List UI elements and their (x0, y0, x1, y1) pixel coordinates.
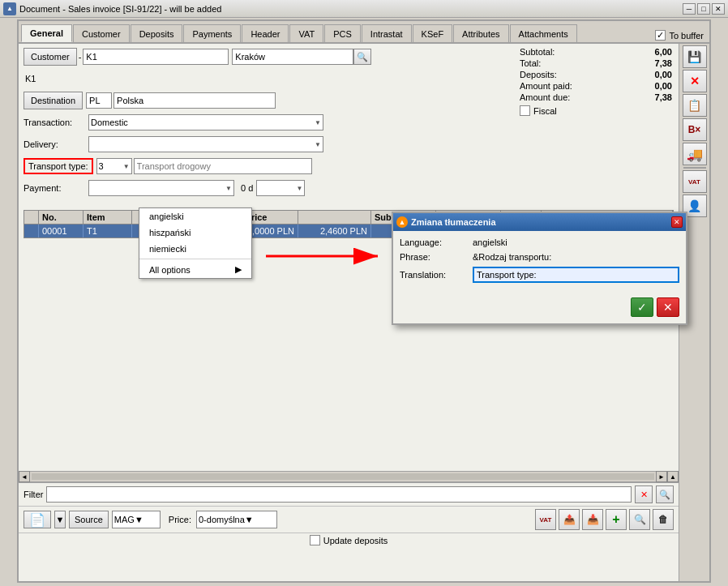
delete-button[interactable]: 🗑 (653, 509, 674, 530)
transaction-label: Transaction: (24, 118, 88, 127)
dialog-translation-row: Translation: (400, 267, 679, 283)
fiscal-checkbox[interactable] (520, 105, 530, 116)
grid-header-checkbox (24, 211, 39, 224)
delivery-row: Delivery: ▼ (24, 135, 539, 154)
transport-type-label: Transport type: (24, 158, 93, 174)
menu-item-angielski[interactable]: angielski (139, 208, 251, 225)
amount-due-label: Amount due: (520, 92, 570, 102)
truck-button[interactable]: 🚚 (683, 143, 707, 165)
transport-type-row: Transport type: 3 ▼ (24, 156, 539, 176)
payment-extra-dropdown[interactable]: ▼ (256, 180, 305, 196)
menu-item-hiszpanski[interactable]: hiszpański (139, 225, 251, 241)
dialog-close-button[interactable]: ✕ (671, 216, 683, 228)
customer-search-button[interactable]: 🔍 (353, 49, 371, 65)
horizontal-scrollbar[interactable]: ◄ ► ▲ (19, 471, 679, 482)
translation-dialog: ▲ Zmiana tłumaczenia ✕ Language: angiels… (392, 212, 687, 325)
action-buttons-group: VAT 📤 📥 + 🔍 🗑 (535, 509, 674, 530)
dialog-cancel-button[interactable]: ✕ (657, 297, 679, 317)
add-item-button[interactable]: 📄 (24, 511, 51, 528)
delivery-dropdown[interactable]: ▼ (88, 136, 323, 152)
tab-intrastat[interactable]: Intrastat (362, 24, 412, 42)
dialog-title-bar: ▲ Zmiana tłumaczenia ✕ (393, 213, 686, 231)
tab-vat[interactable]: VAT (289, 24, 323, 42)
tab-deposits[interactable]: Deposits (131, 24, 183, 42)
scroll-right-button[interactable]: ► (656, 471, 667, 482)
update-deposits-label: Update deposits (323, 536, 388, 545)
subtotal-label: Subtotal: (520, 47, 555, 57)
delivery-label: Delivery: (24, 139, 88, 149)
dialog-language-value: angielski (473, 237, 507, 247)
to-buffer-checkbox[interactable]: ✓ (655, 30, 666, 41)
tab-attributes[interactable]: Attributes (453, 24, 508, 42)
price-dropdown[interactable]: 0-domyślna ▼ (196, 511, 277, 528)
customer-code-row: K1 (25, 69, 539, 88)
filter-input[interactable] (46, 486, 632, 503)
total-label: Total: (520, 58, 541, 68)
grid-header-no: No. (39, 211, 84, 224)
dialog-buttons: ✓ ✕ (393, 294, 686, 323)
transaction-dropdown[interactable]: Domestic ▼ (88, 114, 323, 130)
grid-header-price2 (298, 211, 371, 224)
amount-paid-label: Amount paid: (520, 81, 572, 91)
scroll-up-button[interactable]: ▲ (667, 471, 679, 482)
bottom-area: Filter ✕ 🔍 📄 ▼ Source MAG ▼ Price: 0-dom… (19, 482, 679, 581)
receive-button[interactable]: 📥 (582, 509, 603, 530)
tab-header[interactable]: Header (242, 24, 289, 42)
copy-button[interactable]: 📋 (683, 94, 707, 117)
tab-payments[interactable]: Payments (183, 24, 241, 42)
deposits-label: Deposits: (520, 70, 557, 79)
dialog-translation-input[interactable] (473, 267, 679, 283)
destination-country-input[interactable] (113, 92, 276, 109)
source-button[interactable]: Source (69, 511, 109, 528)
save-button[interactable]: 💾 (683, 45, 707, 68)
scroll-left-button[interactable]: ◄ (19, 471, 30, 482)
dialog-title: Zmiana tłumaczenia (411, 217, 671, 227)
destination-code-input[interactable] (86, 92, 112, 109)
tab-attachments[interactable]: Attachments (510, 24, 577, 42)
tab-general[interactable]: General (21, 24, 72, 42)
calc-button[interactable]: B× (683, 118, 707, 141)
vat-action-button[interactable]: VAT (535, 509, 556, 530)
customer-city-input[interactable] (232, 49, 353, 65)
grid-header-item: Item (84, 211, 132, 224)
total-value: 7,38 (655, 58, 672, 68)
add-button[interactable]: + (606, 509, 627, 530)
dialog-language-row: Language: angielski (400, 237, 679, 247)
tab-customer[interactable]: Customer (73, 24, 130, 42)
dialog-ok-button[interactable]: ✓ (631, 297, 653, 317)
send-button[interactable]: 📤 (559, 509, 580, 530)
customer-code-input[interactable] (83, 49, 229, 65)
scroll-track[interactable] (32, 473, 654, 480)
transport-type-name-input[interactable] (134, 158, 312, 174)
vat-button[interactable]: VAT (683, 170, 707, 193)
payment-extra-arrow: ▼ (296, 185, 302, 192)
menu-separator (139, 259, 251, 259)
cancel-button[interactable]: ✕ (683, 70, 707, 92)
separator-1 (683, 167, 706, 169)
dialog-translation-label: Translation: (400, 270, 473, 280)
warehouse-dropdown[interactable]: MAG ▼ (112, 511, 161, 528)
destination-button[interactable]: Destination (24, 92, 83, 109)
dropdown-arrow-small[interactable]: ▼ (54, 511, 66, 528)
row-item: T1 (84, 225, 132, 237)
tab-ksef[interactable]: KSeF (413, 24, 453, 42)
menu-item-all-options[interactable]: All options ▶ (139, 261, 251, 278)
transport-type-num-dropdown[interactable]: 3 ▼ (96, 158, 132, 174)
search-action-button[interactable]: 🔍 (629, 509, 650, 530)
deposits-row: Deposits: 0,00 (520, 70, 672, 79)
menu-item-niemiecki[interactable]: niemiecki (139, 241, 251, 257)
restore-button[interactable]: □ (697, 3, 710, 15)
row-no: 00001 (39, 225, 84, 237)
filter-clear-button[interactable]: ✕ (635, 485, 653, 503)
price-arrow: ▼ (245, 515, 254, 524)
close-button[interactable]: ✕ (712, 3, 725, 15)
tab-pcs[interactable]: PCS (324, 24, 361, 42)
update-deposits-checkbox[interactable] (310, 535, 320, 545)
minimize-button[interactable]: ─ (683, 3, 696, 15)
payment-dropdown[interactable]: ▼ (88, 180, 234, 196)
filter-row: Filter ✕ 🔍 (19, 483, 679, 507)
filter-search-button[interactable]: 🔍 (656, 485, 674, 503)
amount-due-value: 7,38 (655, 92, 672, 102)
total-row: Total: 7,38 (520, 58, 672, 68)
customer-button[interactable]: Customer (24, 48, 77, 66)
